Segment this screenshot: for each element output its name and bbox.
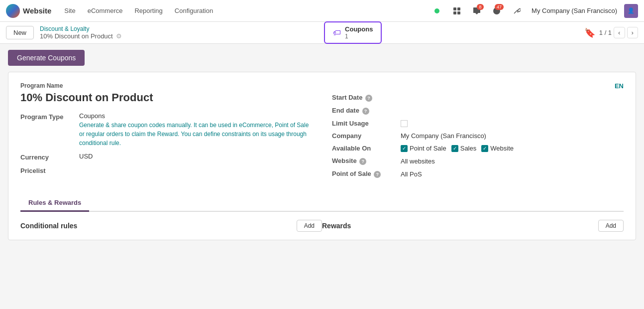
breadcrumb-parent[interactable]: Discount & Loyalty bbox=[40, 25, 122, 32]
avail-website: ✓ Website bbox=[481, 145, 514, 152]
activity-badge: 47 bbox=[495, 4, 504, 10]
nav-site[interactable]: Site bbox=[59, 4, 80, 17]
svg-rect-1 bbox=[457, 7, 460, 10]
rewards-title: Rewards bbox=[322, 222, 351, 230]
pos-value[interactable]: All PoS bbox=[401, 170, 624, 178]
rewards-title-row: Rewards Add bbox=[322, 220, 624, 232]
website-help[interactable]: ? bbox=[359, 158, 366, 165]
next-page-button[interactable]: › bbox=[627, 27, 638, 38]
form-right: EN Start Date ? End date ? L bbox=[332, 82, 624, 183]
svg-rect-2 bbox=[453, 11, 456, 14]
coupon-info: Coupons 1 bbox=[345, 25, 373, 40]
end-date-label: End date ? bbox=[332, 107, 397, 115]
page-indicator: 1 / 1 bbox=[599, 29, 612, 36]
en-badge: EN bbox=[332, 82, 624, 90]
breadcrumb-page: 10% Discount on Product bbox=[40, 32, 113, 40]
form-card: Program Name 10% Discount on Product Pro… bbox=[8, 72, 636, 240]
sales-label: Sales bbox=[460, 145, 477, 152]
conditional-rules-section: Conditional rules Add bbox=[20, 220, 322, 236]
new-button[interactable]: New bbox=[6, 26, 34, 39]
program-type-desc: Generate & share coupon codes manually. … bbox=[79, 121, 312, 148]
program-name-label: Program Name bbox=[20, 82, 312, 89]
conditional-rules-title: Conditional rules bbox=[20, 222, 77, 230]
program-type-value: Coupons bbox=[79, 112, 312, 120]
navbar-icons: 8 47 My Company (San Francisco) 👤 bbox=[429, 3, 638, 19]
avail-pos: ✓ Point of Sale bbox=[401, 145, 446, 152]
navbar: Website Site eCommerce Reporting Configu… bbox=[0, 0, 644, 22]
svg-line-4 bbox=[514, 10, 518, 13]
program-name-value: 10% Discount on Product bbox=[20, 91, 312, 104]
tab-rules-rewards[interactable]: Rules & Rewards bbox=[20, 195, 89, 212]
available-on-label: Available On bbox=[332, 145, 397, 152]
currency-value[interactable]: USD bbox=[79, 153, 312, 160]
page-nav: 1 / 1 ‹ › bbox=[599, 27, 638, 38]
avail-sales: ✓ Sales bbox=[451, 145, 477, 152]
form-left: Program Name 10% Discount on Product Pro… bbox=[20, 82, 312, 183]
pos-help[interactable]: ? bbox=[374, 171, 381, 178]
pricelist-label: Pricelist bbox=[20, 166, 75, 174]
limit-usage-row: Limit Usage bbox=[332, 120, 624, 127]
status-icon[interactable] bbox=[429, 3, 445, 19]
svg-rect-3 bbox=[457, 11, 460, 14]
breadcrumb: Discount & Loyalty 10% Discount on Produ… bbox=[40, 25, 122, 40]
pos-checkbox[interactable]: ✓ bbox=[401, 145, 408, 152]
add-rewards-button[interactable]: Add bbox=[598, 220, 624, 232]
nav-ecommerce[interactable]: eCommerce bbox=[83, 4, 128, 17]
add-rules-button[interactable]: Add bbox=[297, 220, 322, 232]
start-date-row: Start Date ? bbox=[332, 94, 624, 102]
rewards-section: Rewards Add bbox=[322, 220, 624, 236]
currency-row: Currency USD bbox=[20, 153, 312, 161]
sales-checkbox[interactable]: ✓ bbox=[451, 145, 458, 152]
start-date-label: Start Date ? bbox=[332, 94, 397, 102]
chat-badge: 8 bbox=[477, 4, 484, 10]
chat-icon[interactable]: 8 bbox=[469, 3, 485, 19]
navbar-menu: Site eCommerce Reporting Configuration bbox=[59, 4, 218, 17]
currency-label: Currency bbox=[20, 153, 75, 161]
program-type-label: Program Type bbox=[20, 112, 75, 121]
pos-row: Point of Sale ? All PoS bbox=[332, 170, 624, 178]
activity-icon[interactable]: 47 bbox=[489, 3, 505, 19]
program-type-content: Coupons Generate & share coupon codes ma… bbox=[79, 112, 312, 148]
wrench-svg bbox=[513, 7, 521, 15]
available-on-options: ✓ Point of Sale ✓ Sales ✓ Website bbox=[401, 145, 514, 152]
tag-icon: 🏷 bbox=[333, 28, 341, 37]
nav-configuration[interactable]: Configuration bbox=[170, 4, 218, 17]
coupon-count: 1 bbox=[345, 33, 373, 40]
conditional-rules-title-row: Conditional rules Add bbox=[20, 220, 322, 232]
pos-label-field: Point of Sale ? bbox=[332, 170, 397, 178]
website-checkbox[interactable]: ✓ bbox=[481, 145, 488, 152]
end-date-row: End date ? bbox=[332, 107, 624, 115]
form-section: Program Name 10% Discount on Product Pro… bbox=[20, 82, 624, 191]
limit-usage-label: Limit Usage bbox=[332, 120, 397, 127]
company-value[interactable]: My Company (San Francisco) bbox=[401, 132, 624, 140]
start-date-help[interactable]: ? bbox=[365, 95, 372, 102]
bookmark-icon[interactable]: 🔖 bbox=[584, 27, 595, 38]
website-value[interactable]: All websites bbox=[401, 157, 624, 165]
available-on-row: Available On ✓ Point of Sale ✓ Sales ✓ W bbox=[332, 145, 624, 152]
logo-icon bbox=[6, 4, 20, 18]
pos-label: Point of Sale bbox=[410, 145, 446, 152]
website-label: Website bbox=[490, 145, 514, 152]
generate-coupons-button[interactable]: Generate Coupons bbox=[8, 50, 85, 66]
website-label-field: Website ? bbox=[332, 157, 397, 165]
coupons-smart-button[interactable]: 🏷 Coupons 1 bbox=[324, 21, 382, 44]
limit-usage-checkbox[interactable] bbox=[401, 120, 408, 127]
grid-icon[interactable] bbox=[449, 3, 465, 19]
online-dot bbox=[434, 8, 439, 13]
logo[interactable]: Website bbox=[6, 4, 51, 18]
end-date-help[interactable]: ? bbox=[362, 108, 369, 115]
breadcrumb-bar: New Discount & Loyalty 10% Discount on P… bbox=[0, 22, 644, 44]
website-row: Website ? All websites bbox=[332, 157, 624, 165]
breadcrumb-current: 10% Discount on Product ⚙ bbox=[40, 32, 122, 40]
user-avatar[interactable]: 👤 bbox=[624, 4, 638, 18]
company-label-field: Company bbox=[332, 132, 397, 140]
settings-gear-icon[interactable]: ⚙ bbox=[116, 32, 122, 40]
nav-reporting[interactable]: Reporting bbox=[129, 4, 167, 17]
brand-name: Website bbox=[23, 6, 51, 15]
prev-page-button[interactable]: ‹ bbox=[614, 27, 625, 38]
pricelist-row: Pricelist bbox=[20, 166, 312, 174]
settings-icon[interactable] bbox=[509, 3, 525, 19]
coupon-label: Coupons bbox=[345, 25, 373, 33]
sections-row: Conditional rules Add Rewards Add bbox=[20, 212, 624, 240]
company-label: My Company (San Francisco) bbox=[532, 7, 617, 14]
